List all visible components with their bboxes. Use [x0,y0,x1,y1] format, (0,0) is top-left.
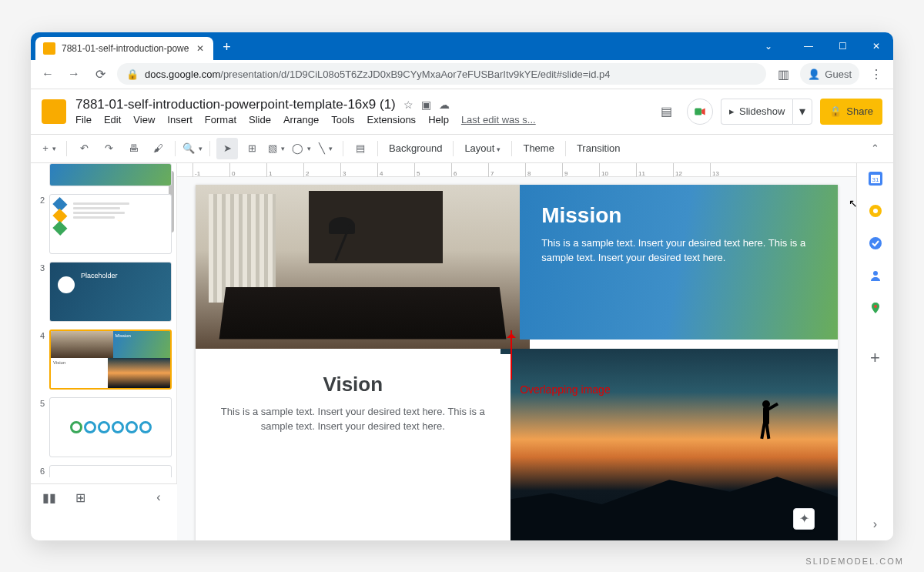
print-button[interactable]: 🖶 [122,138,144,159]
maximize-button[interactable]: ☐ [825,32,859,60]
svg-point-6 [873,209,878,213]
slide-canvas[interactable]: Mission This is a sample text. Insert yo… [196,185,838,540]
panel-icon[interactable]: ▥ [774,65,792,83]
keep-addon-icon[interactable] [868,203,883,219]
chevron-down-icon[interactable]: ⌄ [752,32,785,60]
horizontal-ruler[interactable]: -1012345678910111213 [177,163,856,177]
star-icon[interactable]: ☆ [403,99,413,111]
minimize-button[interactable]: — [792,32,825,60]
thumbnail-panel[interactable]: 2 3 Placeholder 4 Mission Vision [31,163,177,483]
browser-tab[interactable]: 7881-01-self-introduction-powe ✕ [35,37,213,60]
lock-icon: 🔒 [829,105,842,117]
guest-profile[interactable]: 👤 Guest [800,63,859,85]
menu-insert[interactable]: Insert [167,114,192,125]
url-text: docs.google.com/presentation/d/1D9CiL08o… [145,69,610,80]
undo-button[interactable]: ↶ [73,138,95,159]
url-field[interactable]: 🔒 docs.google.com/presentation/d/1D9CiL0… [117,63,766,85]
new-tab-button[interactable]: + [216,38,236,58]
svg-point-7 [869,237,882,249]
content-area: 2 3 Placeholder 4 Mission Vision [31,163,893,540]
vision-block[interactable]: Vision This is a sample text. Insert you… [196,354,511,540]
back-button[interactable]: ← [38,65,57,83]
slide-thumb-1[interactable] [49,163,172,186]
hiker-silhouette [757,396,777,440]
menubar: File Edit View Insert Format Slide Arran… [75,114,644,125]
menu-format[interactable]: Format [205,114,236,125]
tasks-addon-icon[interactable] [868,236,883,251]
close-tab-icon[interactable]: ✕ [195,43,206,54]
shape-tool[interactable]: ◯ [290,138,312,159]
comment-tool[interactable]: ▤ [350,138,371,159]
slide-thumb-4[interactable]: Mission Vision [49,329,172,390]
slide-thumb-2[interactable] [49,194,172,254]
browser-window: 7881-01-self-introduction-powe ✕ + ⌄ — ☐… [31,32,893,540]
mission-body: This is a sample text. Insert your desir… [541,236,816,266]
slideshow-dropdown[interactable]: ▾ [792,99,812,125]
contacts-addon-icon[interactable] [868,268,883,283]
calendar-addon-icon[interactable]: 31 [868,171,883,186]
svg-point-9 [874,305,877,308]
hide-side-panel-icon[interactable]: › [873,517,877,531]
collapse-panel-icon[interactable]: ‹ [151,490,166,505]
svg-rect-0 [695,108,701,115]
landscape-image[interactable] [500,349,838,540]
textbox-tool[interactable]: ⊞ [241,138,263,159]
maps-addon-icon[interactable] [868,300,883,316]
meet-button[interactable] [687,99,713,125]
annotation-label: Overlapping image [520,383,611,396]
svg-text:31: 31 [872,176,879,183]
address-bar: ← → ⟳ 🔒 docs.google.com/presentation/d/1… [31,60,893,89]
watermark: SLIDEMODEL.COM [805,557,904,566]
menu-file[interactable]: File [75,114,92,125]
share-button[interactable]: 🔒 Share [820,99,882,125]
menu-slide[interactable]: Slide [249,114,271,125]
theme-button[interactable]: Theme [518,142,558,154]
cloud-icon[interactable]: ☁ [439,99,450,111]
transition-button[interactable]: Transition [572,142,625,154]
mission-block[interactable]: Mission This is a sample text. Insert yo… [520,185,838,340]
filmstrip-view-icon[interactable]: ▮▮ [42,490,57,505]
redo-button[interactable]: ↷ [98,138,119,159]
user-icon: 👤 [808,69,820,80]
menu-extensions[interactable]: Extensions [367,114,417,125]
menu-arrange[interactable]: Arrange [283,114,319,125]
explore-button[interactable]: ✦ [793,508,815,530]
slideshow-button[interactable]: ▸ Slideshow [721,99,792,125]
layout-button[interactable]: Layout [460,142,505,154]
move-icon[interactable]: ▣ [421,99,431,111]
titlebar: 7881-01-self-introduction-powe ✕ + ⌄ — ☐… [31,32,893,60]
paint-format-button[interactable]: 🖌 [147,138,169,159]
vision-title: Vision [219,373,487,396]
app-header: 7881-01-self-introduction-powerpoint-tem… [31,89,893,134]
slide-thumb-6[interactable] [49,465,172,477]
add-addon-button[interactable]: + [870,348,880,368]
play-icon: ▸ [729,105,735,117]
grid-view-icon[interactable]: ⊞ [72,490,88,505]
comments-button[interactable]: ▤ [653,99,679,125]
new-slide-button[interactable]: + [38,138,60,159]
slide-thumb-3[interactable]: Placeholder [49,262,172,322]
office-image[interactable] [196,185,530,349]
tab-strip: 7881-01-self-introduction-powe ✕ + [31,32,236,60]
kebab-menu-icon[interactable]: ⋮ [867,65,886,83]
doc-title[interactable]: 7881-01-self-introduction-powerpoint-tem… [75,97,396,112]
slide-thumb-5[interactable] [49,397,172,457]
forward-button[interactable]: → [65,65,83,83]
zoom-button[interactable]: 🔍 [182,138,203,159]
reload-button[interactable]: ⟳ [91,65,109,83]
line-tool[interactable]: ╲ [315,138,336,159]
doc-info: 7881-01-self-introduction-powerpoint-tem… [75,97,644,125]
menu-view[interactable]: View [133,114,155,125]
close-window-button[interactable]: ✕ [859,32,893,60]
menu-tools[interactable]: Tools [331,114,354,125]
menu-help[interactable]: Help [428,114,449,125]
window-controls: ⌄ — ☐ ✕ [752,32,893,60]
side-addons-panel: 31 + › [856,163,893,540]
select-tool[interactable]: ➤ [216,138,238,159]
background-button[interactable]: Background [384,142,447,154]
collapse-toolbar-icon[interactable]: ⌃ [864,138,886,159]
last-edit-link[interactable]: Last edit was s... [461,114,536,125]
slides-logo-icon[interactable] [42,99,66,124]
menu-edit[interactable]: Edit [104,114,121,125]
image-tool[interactable]: ▧ [266,138,287,159]
